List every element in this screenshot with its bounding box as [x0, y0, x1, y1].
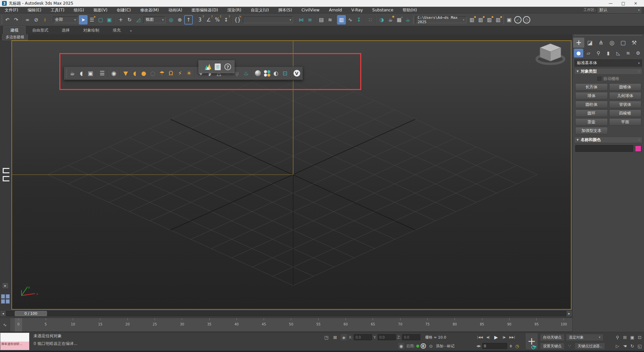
render-production-icon[interactable]: ☕	[404, 15, 412, 25]
rollout-name-color[interactable]: ▼ 名称和颜色 ∷	[574, 137, 642, 143]
object-name-field[interactable]	[575, 145, 633, 152]
select-object-icon[interactable]: ➤	[79, 15, 88, 25]
auto-key-button[interactable]: 自动关键点	[540, 334, 565, 341]
primitive-button-茶壶[interactable]: 茶壶	[575, 118, 608, 126]
mouse-input-icon[interactable]: ◉	[397, 342, 405, 350]
window-crossing-toggle-icon[interactable]: ▣	[105, 15, 114, 25]
percent-snap-icon[interactable]: %?	[213, 15, 222, 25]
keyboard-shortcut-override-icon[interactable]: ↑	[184, 15, 193, 25]
track-bar[interactable]: ∿ 05101520253035404550556065707580859095…	[0, 318, 572, 332]
y-coordinate-field[interactable]	[378, 334, 396, 340]
lamp-light-icon[interactable]: Ω	[166, 68, 175, 78]
egg-icon[interactable]: ◖	[77, 68, 86, 78]
marker-icon[interactable]: ⊙	[427, 342, 435, 350]
workspace-dropdown[interactable]: 默认 ▾	[598, 7, 641, 13]
trees-icon[interactable]	[203, 61, 213, 72]
primitive-button-长方体[interactable]: 长方体	[575, 83, 608, 91]
menu-item[interactable]: 脚本(S)	[274, 7, 297, 13]
fire-icon[interactable]: ♨	[241, 68, 251, 78]
ribbon-tab-选择[interactable]: 选择	[55, 27, 76, 34]
maxscript-mini-listener[interactable]: 脚本迷你侦听...	[0, 333, 30, 350]
select-and-scale-icon[interactable]: ◿	[134, 15, 143, 25]
bind-to-space-warp-icon[interactable]: ≀	[41, 15, 49, 25]
crate-icon[interactable]: ▣	[86, 68, 95, 78]
tab-display[interactable]: ▢	[618, 38, 629, 48]
selection-set-dropdown[interactable]: 选定对象 ▾	[566, 334, 603, 341]
render-setup-icon[interactable]: ☕✱	[386, 15, 395, 25]
menu-item[interactable]: 文件(F)	[0, 7, 23, 13]
teapot-icon[interactable]: ☕	[68, 68, 77, 78]
next-frame-button[interactable]: |▶	[500, 334, 508, 341]
menu-item[interactable]: 自定义(U)	[246, 7, 274, 13]
project-folder-path[interactable]: C:\Users\Ad⋯ds Max 2025▾	[416, 16, 467, 23]
primitive-button-球体[interactable]: 球体	[575, 92, 608, 99]
toggle-ribbon-icon[interactable]: ≋	[326, 15, 334, 25]
close-button[interactable]: ×	[634, 1, 637, 6]
layer-explorer-icon[interactable]: ▤	[317, 15, 326, 25]
help-icon[interactable]: ?	[223, 61, 233, 72]
zoom-region-icon[interactable]: ⊡	[636, 334, 643, 341]
reference-coordinate-dropdown[interactable]: 视图▾	[144, 16, 166, 23]
ribbon-tab-对象绘制[interactable]: 对象绘制	[76, 27, 106, 34]
unlink-selection-icon[interactable]: ⊘	[32, 15, 41, 25]
category-space-warps[interactable]: ≋	[624, 49, 633, 57]
counter-badge[interactable]: 0	[421, 343, 426, 349]
project-folder-icon-3[interactable]: ▥▪	[485, 15, 494, 25]
previous-frame-arrow[interactable]: ◀	[1, 311, 5, 316]
curve-editor-icon[interactable]: ∿	[346, 15, 355, 25]
ribbon-tab-建模[interactable]: 建模	[3, 26, 25, 34]
toggle-scene-explorer-icon[interactable]: ▥	[337, 15, 346, 25]
menu-item[interactable]: CivilView	[297, 7, 324, 13]
set-keys-big-button[interactable]: +	[525, 333, 538, 350]
walkthrough-icon[interactable]: ▷	[614, 342, 621, 350]
listener-white-pane[interactable]	[0, 333, 29, 342]
menu-item[interactable]: V-Ray	[346, 7, 367, 13]
docked-toolbar-handle-icon[interactable]	[3, 168, 9, 173]
menu-item[interactable]: Arnold	[324, 7, 347, 13]
save-file-icon[interactable]: ▣	[505, 15, 514, 25]
wire-sphere-icon[interactable]: ○	[148, 68, 157, 78]
selection-lock-icon[interactable]: ⊠	[331, 334, 339, 341]
pan-hand-icon[interactable]: ☚	[621, 342, 629, 350]
orbit-icon[interactable]: ↻	[629, 342, 636, 350]
view-cube[interactable]	[535, 42, 566, 69]
zoom-icon[interactable]: ⚲	[614, 334, 621, 341]
primitive-button-平面[interactable]: 平面	[609, 118, 642, 126]
category-systems[interactable]: ⚙	[633, 49, 643, 57]
project-folder-icon-2[interactable]: ▥▪	[476, 15, 485, 25]
isolate-selection-icon[interactable]: ◳	[323, 334, 330, 341]
toolbar-grip[interactable]	[201, 62, 202, 71]
frame-nudge-icon[interactable]: ◀▶	[476, 344, 481, 348]
select-and-link-icon[interactable]: ∞	[23, 15, 32, 25]
use-pivot-point-icon[interactable]: ◎	[167, 15, 175, 25]
frame-spinner[interactable]	[509, 345, 512, 348]
vray-icon[interactable]: V	[292, 68, 301, 78]
menu-item[interactable]: 工具(T)	[46, 7, 69, 13]
primitive-button-圆环[interactable]: 圆环	[575, 109, 608, 117]
next-frame-arrow[interactable]: ▶	[567, 311, 572, 316]
dome-light-icon[interactable]: ◖	[130, 68, 139, 78]
menu-item[interactable]: 视图(V)	[89, 7, 112, 13]
spinner-snap-icon[interactable]: ↕?	[222, 15, 230, 25]
snap-toggle-3d-icon[interactable]: 3?	[196, 15, 204, 25]
angle-snap-icon[interactable]: ∠?	[204, 15, 213, 25]
sphere-light-icon[interactable]: ●	[139, 68, 148, 78]
category-helpers[interactable]: ◺	[613, 49, 623, 57]
category-geometry[interactable]: ●	[574, 49, 583, 57]
mini-curve-editor-button[interactable]: ∿	[0, 318, 10, 332]
toolbar-grip[interactable]	[413, 15, 414, 24]
redo-icon[interactable]: ↷	[12, 15, 20, 25]
key-filter-icon[interactable]: ∵	[566, 342, 573, 350]
umbrella-light-icon[interactable]: ☂	[157, 68, 166, 78]
sphere-box-icon[interactable]: ⊡	[280, 68, 289, 78]
project-folder-icon-4[interactable]: ▥▪	[494, 15, 502, 25]
maximize-viewport-toggle-icon[interactable]: ◱	[636, 342, 643, 350]
minimize-button[interactable]: —	[609, 1, 613, 6]
sun-light-icon[interactable]: ☀	[184, 68, 194, 78]
tab-create[interactable]: +	[573, 38, 584, 48]
ribbon-overflow-caret[interactable]: ▾	[127, 29, 135, 34]
list-icon[interactable]: ☰	[98, 68, 107, 78]
render-flags-icon[interactable]: ∷	[366, 15, 375, 25]
menu-item[interactable]: 图形编辑器(D)	[187, 7, 223, 13]
panel-drag-handle[interactable]	[575, 35, 642, 37]
